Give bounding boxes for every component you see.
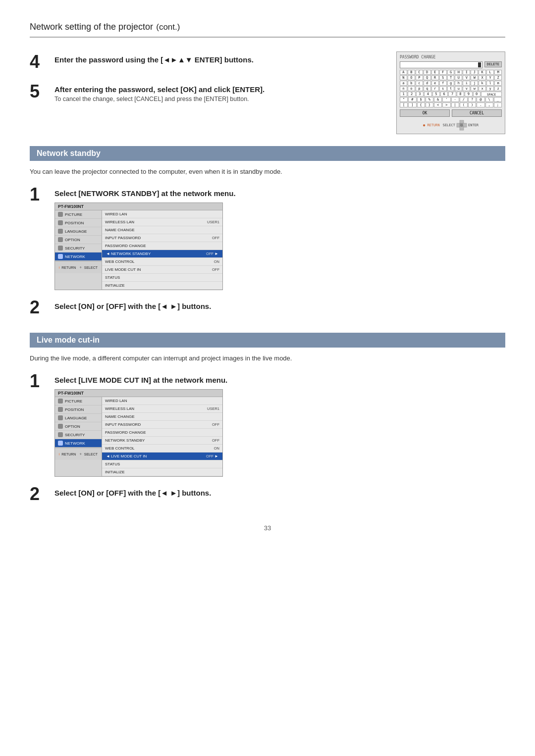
key-sym14[interactable]: ] <box>408 102 416 107</box>
key-sym22[interactable]: . <box>477 102 484 107</box>
key-2[interactable]: 2 <box>408 92 415 97</box>
livemode-menu-position[interactable]: POSITION <box>55 405 102 414</box>
pwd-ok-button[interactable]: OK <box>400 109 450 117</box>
livemode-item-wired-lan[interactable]: WIRED LAN <box>102 397 222 405</box>
key-a[interactable]: a <box>400 81 407 86</box>
key-B[interactable]: B <box>408 70 415 75</box>
standby-item-status[interactable]: STATUS <box>102 274 222 282</box>
key-sym19[interactable]: | <box>451 102 459 107</box>
key-sym13[interactable]: [ <box>400 102 408 107</box>
key-Q[interactable]: Q <box>424 75 431 80</box>
key-6[interactable]: 6 <box>440 92 448 97</box>
standby-menu-position[interactable]: POSITION <box>55 219 102 227</box>
key-d[interactable]: d <box>424 81 431 86</box>
key-C[interactable]: C <box>416 70 423 75</box>
standby-item-wired-lan[interactable]: WIRED LAN <box>102 210 222 218</box>
standby-item-pwd-change[interactable]: PASSWORD CHANGE <box>102 242 222 250</box>
key-V[interactable]: V <box>463 75 470 80</box>
key-M[interactable]: M <box>494 70 502 75</box>
key-g[interactable]: g <box>447 81 455 86</box>
key-u[interactable]: u <box>455 86 462 91</box>
key-5[interactable]: 5 <box>432 92 440 97</box>
standby-item-live-mode[interactable]: LIVE MODE CUT IN OFF <box>102 266 222 274</box>
key-z[interactable]: z <box>494 86 502 91</box>
standby-item-web-control[interactable]: WEB CONTROL ON <box>102 258 222 266</box>
livemode-menu-picture[interactable]: PICTURE <box>55 397 102 405</box>
key-N[interactable]: N <box>400 75 407 80</box>
key-W[interactable]: W <box>471 75 478 80</box>
key-1[interactable]: 1 <box>400 92 407 97</box>
key-i[interactable]: i <box>463 81 470 86</box>
key-j[interactable]: j <box>471 81 478 86</box>
key-D[interactable]: D <box>424 70 431 75</box>
key-o[interactable]: o <box>408 86 415 91</box>
key-t[interactable]: t <box>447 86 455 91</box>
livemode-item-initialize[interactable]: INITIALIZE <box>102 468 222 476</box>
livemode-item-pwd-change[interactable]: PASSWORD CHANGE <box>102 429 222 437</box>
key-3[interactable]: 3 <box>416 92 424 97</box>
livemode-menu-language[interactable]: LANGUAGE <box>55 414 102 422</box>
key-H[interactable]: H <box>455 70 462 75</box>
key-sym10[interactable]: @ <box>477 97 484 102</box>
key-S[interactable]: S <box>439 75 447 80</box>
key-m[interactable]: m <box>494 81 502 86</box>
key-s[interactable]: s <box>439 86 447 91</box>
key-k[interactable]: k <box>479 81 486 86</box>
key-sym7[interactable]: - <box>451 97 459 102</box>
livemode-menu-security[interactable]: SECURITY <box>55 431 102 439</box>
key-Y[interactable]: Y <box>486 75 494 80</box>
livemode-item-live-mode[interactable]: ◄ LIVE MODE CUT IN OFF ► <box>102 453 222 460</box>
key-sym12[interactable]: _ <box>494 97 502 102</box>
key-8[interactable]: 8 <box>457 92 464 97</box>
key-4[interactable]: 4 <box>424 92 431 97</box>
standby-menu-option[interactable]: OPTION <box>55 236 102 244</box>
standby-item-initialize[interactable]: INITIALIZE <box>102 282 222 290</box>
key-q[interactable]: q <box>424 86 431 91</box>
key-sym1[interactable]: " <box>400 97 408 102</box>
key-Z[interactable]: Z <box>494 75 502 80</box>
key-E[interactable]: E <box>431 70 439 75</box>
key-G[interactable]: G <box>447 70 455 75</box>
key-sym23[interactable]: , <box>485 102 493 107</box>
key-b[interactable]: b <box>408 81 415 86</box>
key-U[interactable]: U <box>455 75 462 80</box>
key-T[interactable]: T <box>447 75 455 80</box>
key-y[interactable]: y <box>486 86 494 91</box>
key-sym8[interactable]: / <box>460 97 468 102</box>
key-v[interactable]: v <box>463 86 470 91</box>
standby-menu-language[interactable]: LANGUAGE <box>55 227 102 236</box>
standby-item-name-change[interactable]: NAME CHANGE <box>102 226 222 234</box>
livemode-item-wireless-lan[interactable]: WIRELESS LAN USER1 <box>102 405 222 413</box>
key-7[interactable]: 7 <box>448 92 456 97</box>
key-h[interactable]: h <box>455 81 462 86</box>
livemode-menu-option[interactable]: OPTION <box>55 422 102 431</box>
key-w[interactable]: w <box>471 86 478 91</box>
key-I[interactable]: I <box>463 70 470 75</box>
key-sym15[interactable]: { <box>417 102 425 107</box>
key-n[interactable]: n <box>400 86 407 91</box>
pwd-delete-btn[interactable]: DELETE <box>484 61 502 67</box>
key-space-btn[interactable]: SPACE <box>481 92 502 97</box>
key-X[interactable]: X <box>479 75 486 80</box>
key-sym24[interactable]: ; <box>494 102 502 107</box>
standby-item-input-pwd[interactable]: INPUT PASSWORD OFF <box>102 234 222 242</box>
livemode-item-status[interactable]: STATUS <box>102 460 222 468</box>
standby-item-wireless-lan[interactable]: WIRELESS LAN USER1 <box>102 218 222 226</box>
livemode-item-web-control[interactable]: WEB CONTROL ON <box>102 445 222 453</box>
key-L[interactable]: L <box>486 70 494 75</box>
key-sym5[interactable]: & <box>434 97 442 102</box>
key-r[interactable]: r <box>431 86 439 91</box>
key-sym11[interactable]: \ <box>485 97 493 102</box>
key-A[interactable]: A <box>400 70 407 75</box>
standby-item-network-standby[interactable]: ◄ NETWORK STANDBY OFF ► <box>102 250 222 258</box>
key-sym6[interactable]: ' <box>442 97 450 102</box>
key-sym16[interactable]: } <box>426 102 433 107</box>
key-l[interactable]: l <box>486 81 494 86</box>
standby-menu-picture[interactable]: PICTURE <box>55 210 102 219</box>
livemode-item-name-change[interactable]: NAME CHANGE <box>102 413 222 421</box>
standby-menu-security[interactable]: SECURITY <box>55 244 102 252</box>
key-O[interactable]: O <box>408 75 415 80</box>
key-sym18[interactable]: > <box>442 102 450 107</box>
key-sym2[interactable]: # <box>408 97 416 102</box>
key-sym9[interactable]: ? <box>468 97 476 102</box>
